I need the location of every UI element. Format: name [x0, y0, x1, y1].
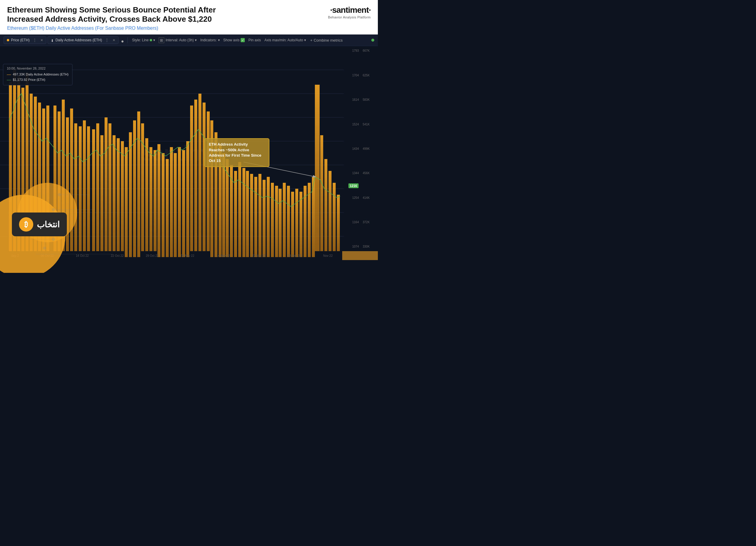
badge-bitcoin-icon: ₿	[19, 217, 33, 231]
annotation-text: ETH Address Activity Reaches ~500k Activ…	[209, 142, 265, 163]
svg-rect-41	[242, 168, 245, 257]
svg-rect-75	[222, 153, 225, 257]
y-right-6: 456K	[362, 171, 378, 175]
pcb-overlay	[0, 135, 125, 260]
indicators-label: Indicators:	[200, 38, 217, 42]
svg-rect-52	[337, 195, 340, 251]
combine-plus-icon: +	[310, 38, 312, 42]
x-label-8: 28 Nov 22	[288, 254, 301, 257]
toolbar-divider-1	[127, 37, 128, 43]
svg-rect-36	[207, 111, 210, 251]
combine-metrics-button[interactable]: + Combine metrics	[308, 37, 345, 43]
pin-axis-control[interactable]: Pin axis	[247, 37, 263, 43]
svg-rect-34	[198, 94, 201, 251]
logo-area: ·santiment· Behavior Analysis Platform	[311, 5, 371, 19]
metric-price-more[interactable]: ⋮	[33, 38, 37, 42]
tooltip-price-dash: —	[7, 77, 11, 82]
y-left-1: 1793	[345, 49, 360, 52]
svg-rect-42	[258, 174, 261, 257]
y-right-8: 372K	[362, 220, 378, 224]
chart-area: santiment	[0, 46, 378, 260]
y-left-5: 1434	[345, 147, 360, 150]
header-left: Ethereum Showing Some Serious Bounce Pot…	[7, 5, 311, 31]
svg-rect-43	[263, 180, 266, 257]
svg-point-101	[52, 208, 55, 211]
svg-rect-71	[186, 141, 189, 257]
show-axis-checkbox[interactable]: ✓	[241, 38, 245, 42]
svg-rect-67	[154, 150, 157, 251]
metric-tab-daa[interactable]: ⬇ Daily Active Addresses (ETH) ⋮ ✕	[48, 36, 119, 44]
svg-rect-77	[250, 174, 253, 257]
svg-rect-83	[295, 189, 298, 257]
svg-rect-78	[254, 177, 257, 257]
tooltip-price-value: $1,173.92 Price (ETH)	[13, 78, 45, 81]
svg-rect-51	[333, 183, 336, 251]
style-selector[interactable]: Style: Line ▾	[130, 37, 157, 43]
header: Ethereum Showing Some Serious Bounce Pot…	[0, 0, 378, 34]
svg-rect-66	[149, 147, 152, 251]
combine-label: Combine metrics	[314, 38, 343, 42]
y-right-5: 499K	[362, 147, 378, 150]
svg-rect-69	[178, 147, 181, 257]
axis-minmax-label: Axis max/min: Auto/Auto	[264, 38, 303, 42]
interval-selector[interactable]: ⊞ Interval: Auto (3h) ▾	[157, 37, 198, 44]
y-right-7: 414K	[362, 196, 378, 199]
mini-bar-area	[342, 251, 378, 260]
style-color	[150, 39, 152, 41]
indicators-selector[interactable]: Indicators: ▾	[198, 37, 221, 43]
svg-rect-48	[320, 135, 323, 251]
interval-label: Interval: Auto (3h)	[165, 38, 194, 42]
tooltip-date: 10:00, November 28, 2022	[7, 67, 69, 70]
show-axis-label: Show axis	[223, 38, 240, 42]
metric-price-label: Price (ETH)	[11, 38, 30, 42]
tooltip-row-price: — $1,173.92 Price (ETH)	[7, 77, 69, 82]
svg-rect-40	[238, 162, 241, 257]
svg-rect-28	[157, 144, 160, 257]
status-indicator	[371, 39, 374, 42]
svg-rect-46	[275, 186, 278, 257]
svg-rect-82	[291, 192, 294, 257]
y-left-3: 1614	[345, 98, 360, 101]
svg-rect-79	[279, 189, 282, 257]
tooltip-row-daa: — 497.33K Daily Active Addresses (ETH)	[7, 72, 69, 77]
tooltip-daa-dash: —	[7, 72, 11, 77]
toolbar: Price (ETH) ⋮ ✕ ⬇ Daily Active Addresses…	[0, 34, 378, 46]
style-label: Style: Line	[132, 38, 149, 42]
svg-rect-29	[162, 153, 165, 257]
page-wrapper: Ethereum Showing Some Serious Bounce Pot…	[0, 0, 378, 273]
svg-rect-50	[329, 171, 332, 251]
price-color-dot	[7, 39, 9, 41]
metric-price-close[interactable]: ✕	[40, 38, 43, 42]
y-left-7: 1254	[345, 196, 360, 199]
interval-down-icon: ▾	[195, 38, 197, 42]
axis-minmax-selector[interactable]: Axis max/min: Auto/Auto ▾	[263, 37, 308, 43]
logo-badge-overlay: ₿ انتخاب	[12, 212, 67, 236]
y-left-9: 1074	[345, 245, 360, 248]
svg-rect-33	[194, 100, 197, 251]
x-label-5: 06 Nov 22	[181, 254, 194, 257]
svg-rect-35	[203, 102, 206, 251]
x-label-7: 22 Nov 22	[252, 254, 266, 257]
svg-rect-64	[141, 123, 144, 251]
svg-point-102	[43, 247, 46, 250]
metric-daa-close[interactable]: ✕	[113, 38, 115, 42]
y-right-4: 541K	[362, 123, 378, 126]
show-axis-control[interactable]: Show axis ✓	[222, 37, 247, 43]
x-label-4: 29 Oct 22	[146, 254, 159, 257]
sub-title: Ethereum ($ETH) Daily Active Addresses (…	[7, 26, 311, 31]
svg-rect-39	[234, 171, 237, 257]
svg-rect-24	[125, 147, 128, 257]
metric-daa-label: Daily Active Addresses (ETH)	[56, 38, 102, 42]
daa-arrow-icon: ⬇	[51, 39, 54, 42]
svg-rect-84	[299, 192, 302, 257]
x-label-6: 14 Nov 22	[216, 254, 230, 257]
metric-tab-price[interactable]: Price (ETH) ⋮ ✕	[4, 36, 46, 44]
pin-axis-label: Pin axis	[248, 38, 261, 42]
svg-rect-31	[170, 147, 173, 257]
badge-text: انتخاب	[37, 220, 60, 229]
metric-daa-more[interactable]: ⋮	[105, 38, 109, 42]
y-left-2: 1704	[345, 74, 360, 77]
axis-minmax-down-icon: ▾	[304, 38, 306, 42]
svg-point-99	[58, 193, 61, 196]
logo-sub: Behavior Analysis Platform	[311, 15, 371, 19]
